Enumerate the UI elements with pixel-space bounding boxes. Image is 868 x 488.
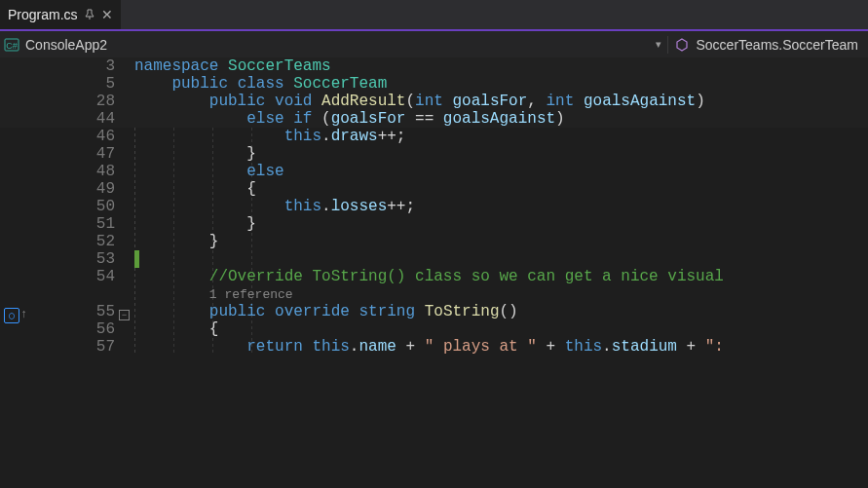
tab-filename: Program.cs xyxy=(8,7,78,22)
code-text: this.losses++; xyxy=(134,198,868,215)
breadcrumb-symbol[interactable]: SoccerTeams.SoccerTeam xyxy=(696,37,858,53)
line-number: 52 xyxy=(31,233,134,250)
code-line[interactable]: ◯↑55− public override string ToString() xyxy=(0,303,868,320)
up-arrow-icon: ↑ xyxy=(20,308,27,321)
code-text: namespace SoccerTeams xyxy=(134,57,868,75)
csharp-project-icon: C# xyxy=(4,37,19,53)
code-text: else xyxy=(134,163,868,180)
line-number: 28 xyxy=(31,93,134,110)
code-line[interactable]: 47 } xyxy=(0,145,868,163)
code-line[interactable]: 53 xyxy=(0,250,868,268)
line-number: 57 xyxy=(31,338,134,356)
code-text: { xyxy=(134,180,868,198)
line-number: 3 xyxy=(31,57,134,75)
margin-glyph-cell xyxy=(0,198,31,215)
margin-glyph-cell xyxy=(0,93,31,110)
line-number: 44 xyxy=(31,110,134,128)
code-body[interactable]: 46 this.draws++;47 }48 else49 {50 this.l… xyxy=(0,128,868,356)
line-number: 53 xyxy=(31,250,134,268)
code-text: return this.name + " plays at " + this.s… xyxy=(134,338,868,356)
code-editor[interactable]: 3namespace SoccerTeams5 public class Soc… xyxy=(0,57,868,488)
line-number: 46 xyxy=(31,128,134,145)
code-line[interactable]: 48 else xyxy=(0,163,868,180)
line-number: 5 xyxy=(31,75,134,93)
code-line[interactable]: 3namespace SoccerTeams xyxy=(0,57,868,75)
code-line[interactable]: 50 this.losses++; xyxy=(0,198,868,215)
code-text: public class SoccerTeam xyxy=(134,75,868,93)
code-line[interactable]: 52 } xyxy=(0,233,868,250)
code-text: { xyxy=(134,320,868,338)
margin-glyph-cell xyxy=(0,57,31,75)
code-text: public void AddResult(int goalsFor, int … xyxy=(134,93,868,110)
line-number: 49 xyxy=(31,180,134,198)
code-text: //Override ToString() class so we can ge… xyxy=(134,268,868,285)
code-line[interactable]: 51 } xyxy=(0,215,868,233)
method-icon xyxy=(674,37,690,53)
codelens-row[interactable]: 1 reference xyxy=(0,285,868,303)
svg-text:C#: C# xyxy=(6,41,18,51)
margin-glyph-cell xyxy=(0,180,31,198)
line-number: 51 xyxy=(31,215,134,233)
line-number: 56 xyxy=(31,320,134,338)
margin-glyph-cell xyxy=(0,163,31,180)
code-text: } xyxy=(134,233,868,250)
code-line[interactable]: 44 else if (goalsFor == goalsAgainst) xyxy=(0,110,868,128)
tab-bar: Program.cs ✕ xyxy=(0,0,868,29)
line-number: 55− xyxy=(31,303,134,320)
margin-glyph-cell: ◯↑ xyxy=(0,303,31,320)
code-text: this.draws++; xyxy=(134,128,868,145)
file-tab[interactable]: Program.cs ✕ xyxy=(0,0,121,29)
pin-icon[interactable] xyxy=(84,9,95,20)
codelens-text[interactable]: 1 reference xyxy=(134,285,868,303)
margin-glyph-cell xyxy=(0,320,31,338)
margin-glyph-cell xyxy=(0,250,31,268)
margin-glyph-cell xyxy=(0,215,31,233)
code-line[interactable]: 54 //Override ToString() class so we can… xyxy=(0,268,868,285)
breadcrumb-bar: C# ConsoleApp2 ▾ SoccerTeams.SoccerTeam xyxy=(0,31,868,57)
code-line[interactable]: 5 public class SoccerTeam xyxy=(0,75,868,93)
breadcrumb-project[interactable]: ConsoleApp2 xyxy=(25,37,107,53)
line-number: 54 xyxy=(31,268,134,285)
close-icon[interactable]: ✕ xyxy=(101,7,113,22)
line-number: 48 xyxy=(31,163,134,180)
margin-glyph-cell xyxy=(0,128,31,145)
code-text: else if (goalsFor == goalsAgainst) xyxy=(134,110,868,128)
margin-glyph-cell xyxy=(0,268,31,285)
sticky-scroll[interactable]: 3namespace SoccerTeams5 public class Soc… xyxy=(0,57,868,128)
margin-glyph-cell xyxy=(0,285,31,303)
line-number xyxy=(31,285,134,303)
margin-glyph-cell xyxy=(0,145,31,163)
margin-glyph-cell xyxy=(0,338,31,356)
change-bar xyxy=(134,250,139,268)
code-text xyxy=(134,250,868,268)
code-line[interactable]: 49 { xyxy=(0,180,868,198)
chevron-down-icon[interactable]: ▾ xyxy=(656,38,661,51)
margin-glyph-cell xyxy=(0,233,31,250)
code-line[interactable]: 28 public void AddResult(int goalsFor, i… xyxy=(0,93,868,110)
code-text: } xyxy=(134,145,868,163)
fold-toggle-icon[interactable]: − xyxy=(119,310,130,320)
margin-glyph-cell xyxy=(0,110,31,128)
code-text: public override string ToString() xyxy=(134,303,868,320)
code-line[interactable]: 57 return this.name + " plays at " + thi… xyxy=(0,338,868,356)
margin-glyph-cell xyxy=(0,75,31,93)
code-line[interactable]: 46 this.draws++; xyxy=(0,128,868,145)
line-number: 47 xyxy=(31,145,134,163)
code-text: } xyxy=(134,215,868,233)
line-number: 50 xyxy=(31,198,134,215)
code-line[interactable]: 56 { xyxy=(0,320,868,338)
